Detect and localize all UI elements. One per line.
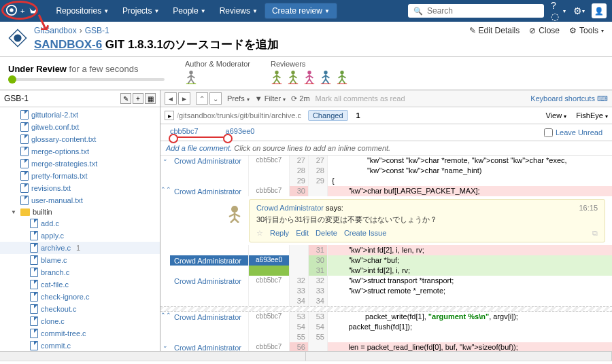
nav-projects[interactable]: Projects▼ <box>116 0 166 22</box>
view-menu[interactable]: View ▾ <box>545 111 566 120</box>
person-icon[interactable] <box>185 69 197 84</box>
tree-view-icon[interactable]: ▦ <box>145 93 156 104</box>
help-icon[interactable]: ?◌▾ <box>551 3 566 18</box>
diff-row[interactable]: Crowd Administratora693ee030 "kw">char *… <box>160 255 612 266</box>
tree-file[interactable]: add.c <box>0 217 160 230</box>
expand-chev[interactable] <box>160 322 170 332</box>
reviewer-icon[interactable] <box>336 69 348 84</box>
filter-menu[interactable]: ▼ Filter ▾ <box>255 94 286 103</box>
expand-chev[interactable]: ⌃⌃ <box>160 312 170 322</box>
diff-row[interactable]: 5555 <box>160 332 612 342</box>
close-button[interactable]: ⊘Close <box>529 26 560 35</box>
delete-link[interactable]: Delete <box>316 229 337 238</box>
tree-file[interactable]: apply.c <box>0 230 160 242</box>
tree-folder[interactable]: ▼builtin <box>0 206 160 217</box>
issue-key-link[interactable]: SANDBOX-6 <box>34 38 102 51</box>
tree-file[interactable]: blame.c <box>0 254 160 266</box>
horizontal-scrollbar[interactable] <box>0 351 612 361</box>
diff-row[interactable]: Crowd Administratorcbb5bc73232 "kw">stru… <box>160 276 612 286</box>
tree-add-icon[interactable]: + <box>133 93 143 104</box>
next-file-button[interactable]: ► <box>178 92 190 105</box>
diff-row[interactable]: ⌃⌃Crowd Administratorcbb5bc730 "kw">char… <box>160 186 612 196</box>
prefs-menu[interactable]: Prefs ▾ <box>227 94 250 103</box>
diff-row[interactable]: 2828 "kw">const "kw">char *name_hint) <box>160 166 612 176</box>
add-file-comment-link[interactable]: Add a file comment. <box>166 144 232 152</box>
comment-author[interactable]: Crowd Administrator <box>256 204 324 212</box>
tree-file[interactable]: glossary-content.txt <box>0 133 160 145</box>
collapse-button[interactable]: ⌃ <box>196 92 208 105</box>
expand-chev[interactable]: ⌄ <box>160 156 170 166</box>
tree-file[interactable]: cat-file.c <box>0 278 160 291</box>
file-tree[interactable]: gittutorial-2.txtgitweb.conf.txtglossary… <box>0 107 160 351</box>
tree-file[interactable]: branch.c <box>0 266 160 278</box>
tree-file[interactable]: archive.c1 <box>0 242 160 254</box>
mark-all-read[interactable]: Mark all comments as read <box>316 94 526 103</box>
edit-link[interactable]: Edit <box>296 229 309 238</box>
user-avatar[interactable]: 👤 <box>592 3 607 18</box>
unread-checkbox[interactable] <box>544 128 553 137</box>
diff-row[interactable]: 2929{ <box>160 176 612 186</box>
rev-track[interactable] <box>170 136 231 138</box>
reviewer-icon[interactable] <box>287 69 299 84</box>
expand-chev[interactable] <box>160 332 170 342</box>
expand-chev[interactable] <box>160 276 170 286</box>
diff-row[interactable]: 5454 packet_flush(fd[1]); <box>160 322 612 332</box>
reviewer-icon[interactable] <box>303 69 316 84</box>
diff-view[interactable]: ⌄Crowd Administratorcbb5bc72727 "kw">con… <box>160 156 612 351</box>
nav-people[interactable]: People▼ <box>166 0 212 22</box>
settings-icon[interactable]: ⚙▾ <box>571 3 586 18</box>
expand-chev[interactable] <box>160 166 170 176</box>
breadcrumb-review[interactable]: GSB-1 <box>85 26 109 35</box>
expand-chev[interactable] <box>160 176 170 186</box>
create-review-button[interactable]: Create review▼ <box>265 3 337 19</box>
search-input[interactable] <box>427 6 539 16</box>
tree-file[interactable]: gitweb.conf.txt <box>0 121 160 133</box>
edit-details-button[interactable]: ✎Edit Details <box>469 26 520 35</box>
tree-file[interactable]: user-manual.txt <box>0 194 160 206</box>
tree-file[interactable]: commit-tree.c <box>0 327 160 340</box>
tree-file[interactable]: check-ignore.c <box>0 291 160 303</box>
progress-slider[interactable] <box>8 78 165 81</box>
tree-file[interactable]: pretty-formats.txt <box>0 170 160 182</box>
tools-menu[interactable]: ⚙Tools▾ <box>569 26 604 35</box>
reviewer-icon[interactable] <box>320 69 332 84</box>
tree-file[interactable]: merge-strategies.txt <box>0 158 160 170</box>
expand-chev[interactable] <box>160 286 170 296</box>
tree-file[interactable]: gittutorial-2.txt <box>0 109 160 121</box>
link-icon[interactable]: ⧉ <box>592 229 598 238</box>
collapsed-section[interactable] <box>160 306 612 312</box>
create-issue-link[interactable]: Create Issue <box>344 229 386 238</box>
keyboard-shortcuts-link[interactable]: Keyboard shortcuts ⌨ <box>530 94 608 103</box>
diff-row[interactable]: 31 "kw">int fd[2], i, len, rv; <box>160 245 612 255</box>
diff-row[interactable]: 3333 "kw">struct remote *_remote; <box>160 286 612 296</box>
path-toggle-icon[interactable]: ▸ <box>165 111 174 120</box>
diff-row[interactable]: 3434 <box>160 296 612 306</box>
fisheye-menu[interactable]: FishEye ▾ <box>576 111 608 120</box>
breadcrumb-project[interactable]: GitSandbox <box>34 26 77 35</box>
diff-row[interactable]: ⌃⌃Crowd Administratorcbb5bc75353 packet_… <box>160 312 612 322</box>
diff-row[interactable]: 31 "kw">int fd[2], i, rv; <box>160 266 612 276</box>
expand-chev[interactable] <box>160 266 170 276</box>
reply-link[interactable]: Reply <box>270 229 289 238</box>
expand-chev[interactable] <box>160 255 170 266</box>
prev-file-button[interactable]: ◄ <box>165 92 177 105</box>
search-box[interactable]: 🔍 <box>408 4 544 18</box>
reviewer-icon[interactable] <box>271 69 283 84</box>
star-icon[interactable]: ☆ <box>256 229 263 238</box>
nav-reviews[interactable]: Reviews▼ <box>213 0 265 22</box>
expand-button[interactable]: ⌄ <box>209 92 222 105</box>
expand-chev[interactable] <box>160 296 170 306</box>
tree-file[interactable]: clone.c <box>0 315 160 327</box>
nav-repositories[interactable]: Repositories▼ <box>49 0 116 22</box>
diff-row[interactable]: ⌄Crowd Administratorcbb5bc72727 "kw">con… <box>160 156 612 166</box>
diff-row[interactable]: ⌄Crowd Administratorcbb5bc756 len = pack… <box>160 342 612 351</box>
expand-chev[interactable] <box>160 245 170 255</box>
expand-chev[interactable]: ⌃⌃ <box>160 186 170 196</box>
tree-file[interactable]: checkout.c <box>0 303 160 315</box>
tree-file[interactable]: revisions.txt <box>0 182 160 194</box>
expand-chev[interactable]: ⌄ <box>160 342 170 351</box>
tree-file[interactable]: merge-options.txt <box>0 145 160 158</box>
tree-edit-icon[interactable]: ✎ <box>120 93 131 104</box>
leave-unread[interactable]: Leave Unread <box>544 128 602 137</box>
tree-file[interactable]: commit.c <box>0 340 160 351</box>
